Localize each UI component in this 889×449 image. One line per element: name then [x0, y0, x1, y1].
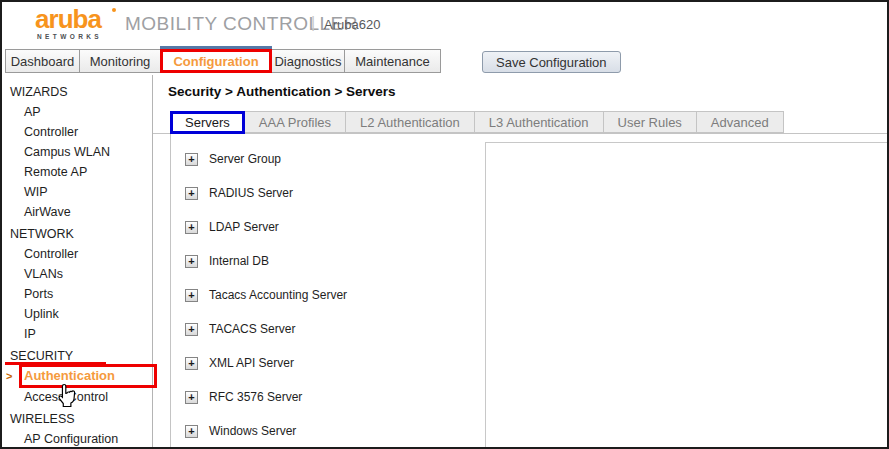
tree-item-rfc-3576-server[interactable]: + RFC 3576 Server — [171, 380, 485, 414]
active-tab-indicator — [160, 46, 272, 50]
aruba-logo: aruba NETWORKS — [26, 6, 110, 40]
expand-plus-icon[interactable]: + — [185, 357, 198, 370]
subtab-aaa-profiles[interactable]: AAA Profiles — [244, 111, 346, 133]
sidebar-item-campus-wlan[interactable]: Campus WLAN — [2, 142, 152, 162]
breadcrumb: Security > Authentication > Servers — [168, 84, 396, 99]
tree-item-ldap-server[interactable]: + LDAP Server — [171, 210, 485, 244]
device-name: Aruba620 — [324, 17, 380, 32]
tab-maintenance[interactable]: Maintenance — [344, 49, 441, 73]
expand-plus-icon[interactable]: + — [185, 425, 198, 438]
tab-diagnostics[interactable]: Diagnostics — [271, 49, 345, 73]
subtab-strip: Servers AAA Profiles L2 Authentication L… — [153, 111, 887, 134]
tree-item-xml-api-server[interactable]: + XML API Server — [171, 346, 485, 380]
sidebar-section-wireless: WIRELESS — [2, 409, 152, 429]
sidebar: WIZARDS AP Controller Campus WLAN Remote… — [2, 75, 153, 447]
sidebar-item-controller[interactable]: Controller — [2, 244, 152, 264]
tree-item-server-group[interactable]: + Server Group — [171, 142, 485, 176]
sidebar-item-remote-ap[interactable]: Remote AP — [2, 162, 152, 182]
tab-monitoring[interactable]: Monitoring — [79, 49, 161, 73]
mobility-controller-window: aruba NETWORKS MOBILITY CONTROLLER | Aru… — [0, 0, 889, 449]
top-tab-strip: Dashboard Monitoring Configuration Diagn… — [5, 49, 887, 73]
tab-dashboard[interactable]: Dashboard — [5, 49, 80, 73]
sidebar-item-ports[interactable]: Ports — [2, 284, 152, 304]
sidebar-item-wip[interactable]: WIP — [2, 182, 152, 202]
logo-dot — [112, 8, 116, 12]
tree-item-tacacs-server[interactable]: + TACACS Server — [171, 312, 485, 346]
header-separator: | — [311, 14, 315, 32]
expand-plus-icon[interactable]: + — [185, 323, 198, 336]
tree-item-tacacs-accounting-server[interactable]: + Tacacs Accounting Server — [171, 278, 485, 312]
tab-configuration[interactable]: Configuration — [160, 49, 272, 73]
detail-panel-empty — [485, 142, 889, 449]
expand-plus-icon[interactable]: + — [185, 289, 198, 302]
body: WIZARDS AP Controller Campus WLAN Remote… — [2, 75, 887, 447]
subtab-advanced[interactable]: Advanced — [696, 111, 784, 133]
sidebar-section-wizards: WIZARDS — [2, 82, 152, 102]
save-configuration-button[interactable]: Save Configuration — [482, 51, 621, 73]
server-tree-panel: + Server Group + RADIUS Server + LDAP Se… — [170, 134, 485, 447]
tree-item-radius-server[interactable]: + RADIUS Server — [171, 176, 485, 210]
sidebar-item-airwave[interactable]: AirWave — [2, 202, 152, 222]
subtab-l3-authentication[interactable]: L3 Authentication — [474, 111, 604, 133]
tree-item-windows-server[interactable]: + Windows Server — [171, 414, 485, 448]
selected-item-arrow: > — [6, 366, 12, 386]
brand-word: aruba — [35, 4, 101, 34]
main-content: Security > Authentication > Servers Serv… — [153, 75, 887, 447]
expand-plus-icon[interactable]: + — [185, 391, 198, 404]
sidebar-item-access-control[interactable]: Access Control — [2, 387, 152, 407]
sidebar-item-controller-wizard[interactable]: Controller — [2, 122, 152, 142]
sidebar-item-ap[interactable]: AP — [2, 102, 152, 122]
aruba-logo-text: aruba — [26, 6, 110, 32]
sidebar-section-network: NETWORK — [2, 224, 152, 244]
sidebar-item-ip[interactable]: IP — [2, 324, 152, 344]
top-navigation: Dashboard Monitoring Configuration Diagn… — [2, 49, 887, 75]
expand-plus-icon[interactable]: + — [185, 221, 198, 234]
subtab-user-rules[interactable]: User Rules — [603, 111, 697, 133]
brand-networks-label: NETWORKS — [26, 33, 110, 40]
header: aruba NETWORKS MOBILITY CONTROLLER | Aru… — [2, 2, 887, 47]
subtab-servers[interactable]: Servers — [170, 111, 245, 134]
sidebar-section-security: SECURITY — [2, 346, 152, 366]
tree-item-internal-db[interactable]: + Internal DB — [171, 244, 485, 278]
expand-plus-icon[interactable]: + — [185, 255, 198, 268]
sidebar-item-authentication[interactable]: > Authentication — [2, 366, 152, 387]
expand-plus-icon[interactable]: + — [185, 187, 198, 200]
annotation-red-underline-security — [5, 362, 106, 365]
sidebar-item-uplink[interactable]: Uplink — [2, 304, 152, 324]
subtab-l2-authentication[interactable]: L2 Authentication — [345, 111, 475, 133]
sidebar-item-vlans[interactable]: VLANs — [2, 264, 152, 284]
sidebar-item-ap-configuration[interactable]: AP Configuration — [2, 429, 152, 449]
expand-plus-icon[interactable]: + — [185, 153, 198, 166]
